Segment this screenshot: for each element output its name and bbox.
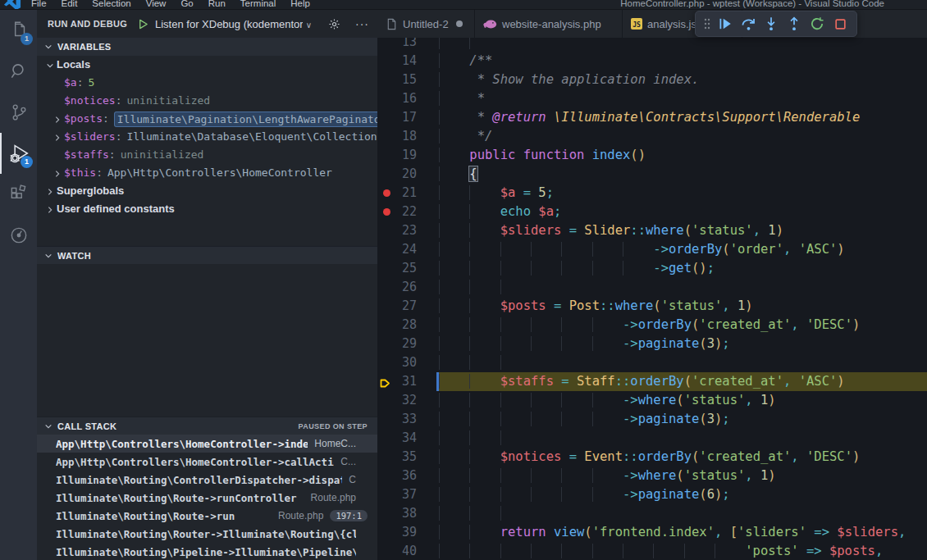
code-line[interactable]: 19 public function index() <box>377 146 927 165</box>
code-line[interactable]: 25 ->get(); <box>377 259 927 278</box>
step-out-button[interactable] <box>783 12 806 35</box>
code-line[interactable]: 16 * <box>377 89 927 108</box>
editor-gutter[interactable]: 35 <box>377 448 439 467</box>
code-line[interactable]: 37 ->paginate(6); <box>377 485 927 504</box>
call-stack-frame[interactable]: Illuminate\Routing\Route->runControllerR… <box>37 489 377 507</box>
editor-gutter[interactable]: 34 <box>377 429 439 448</box>
code-line-content[interactable]: * @return \Illuminate\Contracts\Support\… <box>439 108 927 127</box>
code-line[interactable]: 39 return view('frontend.index', ['slide… <box>377 523 927 542</box>
variables-scope-row[interactable]: User defined constants <box>37 200 377 218</box>
variables-section-header[interactable]: VARIABLES <box>37 38 377 56</box>
call-stack-frame[interactable]: App\Http\Controllers\HomeController->ind… <box>37 435 377 453</box>
editor-gutter[interactable]: 23 <box>377 221 439 240</box>
code-line[interactable]: 36 ->where('status', 1) <box>377 467 927 485</box>
code-line[interactable]: 15 * Show the application index. <box>377 71 927 89</box>
code-line-content[interactable]: ->paginate(6); <box>439 485 927 504</box>
code-line[interactable]: 22 echo $a; <box>377 203 927 221</box>
editor-gutter[interactable]: 37 <box>377 485 439 504</box>
editor-gutter[interactable]: 27 <box>377 297 439 316</box>
code-line[interactable]: 20 { <box>377 165 927 184</box>
menu-item-go[interactable]: Go <box>174 0 199 10</box>
debug-settings-gear-button[interactable] <box>328 18 340 30</box>
code-line[interactable]: 28 ->orderBy('created_at', 'DESC') <box>377 316 927 335</box>
code-line-content[interactable] <box>439 429 927 448</box>
code-line-content[interactable]: ->orderBy('created_at', 'DESC') <box>439 316 927 335</box>
code-line-content[interactable]: ->paginate(3); <box>439 410 927 429</box>
code-line[interactable]: 35 $notices = Event::orderBy('created_at… <box>377 448 927 467</box>
code-line[interactable]: 14 /** <box>377 52 927 71</box>
code-line[interactable]: 29 ->paginate(3); <box>377 335 927 353</box>
code-line[interactable]: 33 ->paginate(3); <box>377 410 927 429</box>
code-line[interactable]: 40 'posts' => $posts, <box>377 542 927 560</box>
activity-item-source-control[interactable] <box>0 92 37 133</box>
start-debugging-button[interactable] <box>137 18 149 30</box>
code-line-content[interactable]: * <box>439 89 927 108</box>
menu-item-view[interactable]: View <box>139 0 173 10</box>
editor-gutter[interactable]: 16 <box>377 89 439 108</box>
code-line-content[interactable] <box>439 504 927 523</box>
code-line-content[interactable]: ->get(); <box>439 259 927 278</box>
code-line-content[interactable]: return view('frontend.index', ['sliders'… <box>439 523 927 542</box>
code-line-content[interactable]: 'posts' => $posts, <box>439 542 927 560</box>
variable-row[interactable]: $a:5 <box>37 74 377 92</box>
code-line-content[interactable]: { <box>439 165 927 184</box>
variable-row[interactable]: $this:App\Http\Controllers\HomeControlle… <box>37 164 377 182</box>
call-stack-frame[interactable]: Illuminate\Routing\Route->runRoute.php19… <box>37 507 377 525</box>
code-line-content[interactable]: $a = 5; <box>439 184 927 203</box>
editor-gutter[interactable]: 39 <box>377 523 439 542</box>
editor-gutter[interactable]: 33 <box>377 410 439 429</box>
editor-gutter[interactable]: 31 <box>377 372 439 391</box>
editor-gutter[interactable]: 29 <box>377 335 439 353</box>
code-line[interactable]: 23 $sliders = Slider::where('status', 1) <box>377 221 927 240</box>
editor-gutter[interactable]: 24 <box>377 240 439 259</box>
editor-gutter[interactable]: 17 <box>377 108 439 127</box>
menu-item-help[interactable]: Help <box>284 0 317 10</box>
call-stack-frame[interactable]: Illuminate\Routing\ControllerDispatcher-… <box>37 471 377 489</box>
menu-item-run[interactable]: Run <box>202 0 232 10</box>
editor-gutter[interactable]: 30 <box>377 353 439 372</box>
code-line-content[interactable] <box>439 353 927 372</box>
code-line[interactable]: 31 $staffs = Staff::orderBy('created_at'… <box>377 372 927 391</box>
code-line[interactable]: 18 */ <box>377 127 927 146</box>
variable-row[interactable]: $notices:uninitialized <box>37 92 377 110</box>
code-line-content[interactable] <box>439 278 927 297</box>
call-stack-section-header[interactable]: CALL STACK PAUSED ON STEP <box>37 417 377 435</box>
editor-gutter[interactable]: 20 <box>377 165 439 184</box>
code-line-content[interactable]: $sliders = Slider::where('status', 1) <box>439 221 927 240</box>
code-line-content[interactable]: $staffs = Staff::orderBy('created_at', '… <box>436 372 927 391</box>
code-line[interactable]: 34 <box>377 429 927 448</box>
variable-row[interactable]: $sliders:Illuminate\Database\Eloquent\Co… <box>37 128 377 146</box>
activity-item-search[interactable] <box>0 51 37 92</box>
code-line-content[interactable]: echo $a; <box>439 203 927 221</box>
code-line-content[interactable]: ->paginate(3); <box>439 335 927 353</box>
code-line[interactable]: 32 ->where('status', 1) <box>377 391 927 410</box>
code-editor[interactable]: 13 14 /**15 * Show the application index… <box>377 38 927 560</box>
editor-gutter[interactable]: 28 <box>377 316 439 335</box>
activity-item-explorer[interactable]: 1 <box>0 10 37 51</box>
code-line-content[interactable]: ->orderBy('order', 'ASC') <box>439 240 927 259</box>
editor-gutter[interactable]: 15 <box>377 71 439 89</box>
code-line-content[interactable]: ->where('status', 1) <box>439 467 927 485</box>
code-line-content[interactable]: */ <box>439 127 927 146</box>
activity-item-extensions[interactable] <box>0 174 37 215</box>
editor-gutter[interactable]: 32 <box>377 391 439 410</box>
code-line-content[interactable]: $posts = Post::where('status', 1) <box>439 297 927 316</box>
variable-row[interactable]: $staffs:uninitialized <box>37 146 377 164</box>
editor-gutter[interactable]: 19 <box>377 146 439 165</box>
code-line-content[interactable]: ->where('status', 1) <box>439 391 927 410</box>
editor-gutter[interactable]: 40 <box>377 542 439 560</box>
editor-gutter[interactable]: 14 <box>377 52 439 71</box>
activity-item-remote-targets[interactable] <box>0 215 37 256</box>
code-line[interactable]: 27 $posts = Post::where('status', 1) <box>377 297 927 316</box>
debug-configuration-dropdown[interactable]: Listen for XDebug (kodementor. <box>155 18 303 30</box>
editor-gutter[interactable]: 13 <box>377 38 439 52</box>
continue-button[interactable] <box>714 12 737 35</box>
views-more-actions-button[interactable]: ··· <box>355 20 369 28</box>
editor-gutter[interactable]: 38 <box>377 504 439 523</box>
variables-scope-row[interactable]: Superglobals <box>37 182 377 200</box>
editor-gutter[interactable]: 21 <box>377 184 439 203</box>
code-line-content[interactable]: * Show the application index. <box>439 71 927 89</box>
step-over-button[interactable] <box>737 12 760 35</box>
code-line[interactable]: 30 <box>377 353 927 372</box>
code-line[interactable]: 17 * @return \Illuminate\Contracts\Suppo… <box>377 108 927 127</box>
